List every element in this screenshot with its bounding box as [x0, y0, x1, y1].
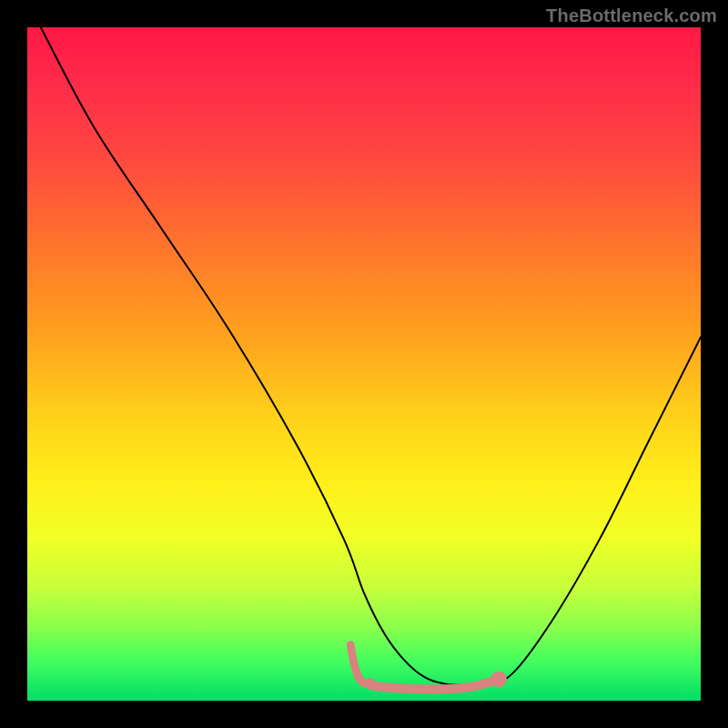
plot-area — [27, 27, 701, 701]
curve-path — [41, 27, 701, 685]
flat-zone-end-dot — [490, 671, 507, 687]
chart-frame: TheBottleneck.com — [0, 0, 728, 728]
flat-zone-left-stub — [350, 645, 370, 684]
watermark: TheBottleneck.com — [546, 5, 717, 26]
bottleneck-curve — [27, 27, 701, 701]
